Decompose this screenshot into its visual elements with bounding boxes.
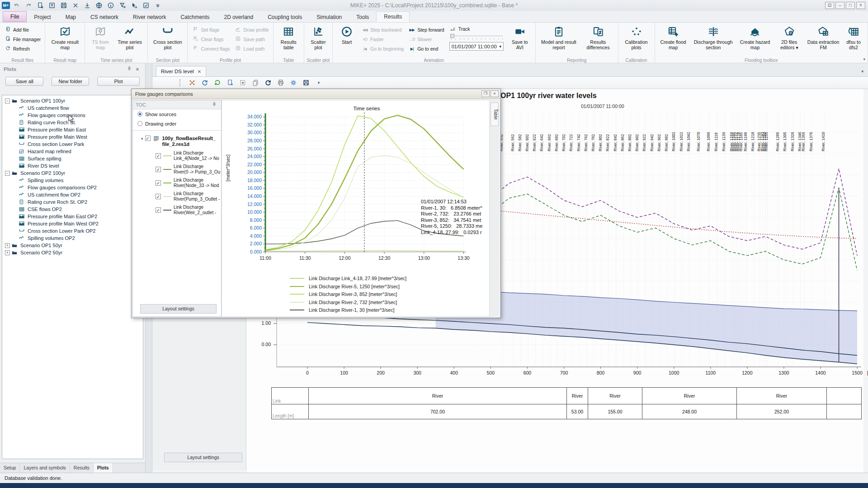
tree-item[interactable]: +Scenario OP1 50yr <box>2 242 143 249</box>
collapse-icon[interactable]: − <box>5 171 10 176</box>
flags-network-icon[interactable] <box>188 78 197 87</box>
scatter-plot-button[interactable]: Scatter plot <box>306 24 330 51</box>
tree-item[interactable]: Cross section Lower Park <box>2 141 143 148</box>
toc-series-item[interactable]: ✓Link DischargeLink_4(Node_12 -> No <box>156 150 221 161</box>
ribbon-tab-tools[interactable]: Tools <box>349 12 376 22</box>
tree-item[interactable]: River DS level <box>2 162 143 169</box>
save-icon[interactable] <box>59 1 69 10</box>
tree-item[interactable]: Cross section Lower Park OP2 <box>2 227 143 235</box>
results-differences-button[interactable]: Results differences <box>580 24 616 51</box>
tree-item[interactable]: Pressure profile Main East OP2 <box>2 213 143 220</box>
create-result-map-button[interactable]: Create result map <box>47 24 83 51</box>
checkbox-checked-icon[interactable]: ✓ <box>156 180 161 186</box>
time-series-plot-button[interactable]: Time series plot <box>114 24 146 51</box>
create-flood-map-button[interactable]: Create flood map <box>657 24 690 51</box>
tree-item[interactable]: US catchment flow <box>2 104 143 112</box>
tree-item[interactable]: Pressure profile Main East <box>2 126 143 133</box>
plot-button[interactable]: Plot <box>97 77 140 86</box>
close-icon[interactable]: ✕ <box>198 69 201 74</box>
ribbon-tab-river-network[interactable]: River network <box>126 12 173 22</box>
dfsu-to-dfs2-button[interactable]: dfsu to dfs2 <box>841 24 866 51</box>
tree-item[interactable]: Rating curve Roch St. OP2 <box>2 198 143 206</box>
ribbon-tab-coupling-tools[interactable]: Coupling tools <box>260 12 309 22</box>
save-icon[interactable] <box>302 78 311 87</box>
qat-dropdown-icon[interactable] <box>153 1 163 10</box>
tree-item[interactable]: +Scenario OP2 50yr <box>2 249 143 256</box>
toc-series-item[interactable]: ✓Link DischargeRiver(Node_33 -> Nod <box>156 178 221 188</box>
ribbon-tab-results[interactable]: Results <box>376 11 410 22</box>
toc-series-item[interactable]: ✓Link DischargeRiver(Pump_3_Outlet - <box>156 191 221 202</box>
tree-item[interactable]: Surface spilling <box>2 155 143 162</box>
web-icon[interactable] <box>94 1 104 10</box>
close-button[interactable]: × <box>856 2 865 9</box>
bottom-tab-plots[interactable]: Plots <box>94 463 113 473</box>
toc-series-item[interactable]: ✓Link DischargeRiver(0 -> Pump_3_Ou <box>156 164 221 174</box>
print-icon[interactable] <box>276 78 285 87</box>
tree-item[interactable]: Hazard map refined <box>2 148 143 155</box>
tree-item[interactable]: US catchment flow OP2 <box>2 191 143 198</box>
tree-item[interactable]: CSE flows OP2 <box>2 206 143 213</box>
minimize-button[interactable]: – <box>835 2 844 9</box>
ribbon-tab-cs-network[interactable]: CS network <box>83 12 126 22</box>
new-folder-button[interactable]: New folder <box>52 77 89 86</box>
collapse-icon[interactable]: − <box>5 99 10 103</box>
slider-thumb[interactable] <box>450 34 454 38</box>
create-hazard-map-button[interactable]: Create hazard map <box>737 24 774 51</box>
delete-icon[interactable] <box>71 1 80 10</box>
checkbox-checked-icon[interactable]: ✓ <box>156 167 161 172</box>
info-icon[interactable] <box>106 1 116 10</box>
calibration-plots-button[interactable]: Calibration plots <box>620 24 653 51</box>
checkbox-checked-icon[interactable]: ✓ <box>156 207 161 213</box>
go-to-end-button[interactable]: ▶|Go to end <box>407 44 446 53</box>
save-to-avi-button[interactable]: Save to AVI <box>506 24 533 51</box>
tab-river-ds-level[interactable]: River DS level ✕ <box>156 66 206 76</box>
2d-files-editors-button[interactable]: 2D files editors ▾ <box>773 24 805 51</box>
validate-icon[interactable] <box>141 1 151 10</box>
radio-show-sources[interactable]: Show sources <box>133 109 221 119</box>
new-file-icon[interactable] <box>35 1 45 10</box>
model-and-result-report-button[interactable]: Model and result report <box>538 24 580 51</box>
discharge-through-section-button[interactable]: Discharge through section <box>690 24 737 51</box>
pointer-clear-icon[interactable] <box>129 1 139 10</box>
chevron-down-icon[interactable]: ▾ <box>141 136 143 141</box>
ribbon-tab-project[interactable]: Project <box>27 12 58 22</box>
floating-window-titlebar[interactable]: Flow gauges comparisons ❐ × <box>132 89 500 99</box>
tree-item[interactable]: Spilling volumes OP2 <box>2 235 143 242</box>
flow-gauges-window[interactable]: Flow gauges comparisons ❐ × TOC Show sou… <box>131 89 501 318</box>
bottom-tab-setup[interactable]: Setup <box>0 463 20 473</box>
ribbon-tab-map[interactable]: Map <box>58 12 83 22</box>
maximize-icon[interactable]: ❐ <box>481 90 490 97</box>
tree-item[interactable]: Spilling volumes <box>2 177 143 184</box>
layout-settings-button[interactable]: Layout settings <box>140 304 217 314</box>
tab-table[interactable]: Table <box>491 103 499 126</box>
copy-icon[interactable] <box>251 78 260 87</box>
new-page-icon[interactable] <box>226 78 235 87</box>
bottom-tab-layers-and-symbols[interactable]: Layers and symbols <box>20 463 70 473</box>
start-button[interactable]: Start <box>335 24 359 46</box>
save-all-button[interactable]: Save all <box>5 77 43 86</box>
tree-item[interactable]: Pressure profile Main West OP2 <box>2 220 143 227</box>
import-icon[interactable] <box>82 1 92 10</box>
datetime-combobox[interactable]: 01/01/2007 11:00:00▾ <box>449 42 504 51</box>
radio-drawing-order[interactable]: Drawing order <box>133 119 221 128</box>
refresh-blue-icon[interactable] <box>200 78 209 87</box>
checkbox-checked-icon[interactable]: ✓ <box>145 136 151 141</box>
ribbon-tab-catchments[interactable]: Catchments <box>173 12 217 22</box>
tree-item[interactable]: Pressure profile Main West <box>2 133 143 141</box>
tabstrip-dropdown-icon[interactable]: ▾ <box>861 69 863 76</box>
tree-item[interactable]: −Scenario OP2 100yr <box>2 169 143 177</box>
undo-icon[interactable] <box>12 1 22 10</box>
cross-section-plot-button[interactable]: Cross section plot <box>150 24 185 51</box>
expand-icon[interactable]: + <box>5 243 10 248</box>
checkbox-checked-icon[interactable]: ✓ <box>156 194 161 199</box>
pin-icon[interactable] <box>210 102 218 108</box>
maximize-button[interactable]: □ <box>846 2 855 9</box>
ribbon-tab-2d-overland[interactable]: 2D overland <box>217 12 260 22</box>
close-icon[interactable]: × <box>491 90 499 97</box>
toolbar-grip[interactable] <box>179 79 181 86</box>
toc-series-item[interactable]: ✓Link DischargeRiver(Weir_2_outlet - <box>156 205 221 215</box>
expand-icon[interactable]: + <box>5 250 10 255</box>
tree-item[interactable]: Flow gauges comparisons OP2 <box>2 184 143 191</box>
settings-icon[interactable] <box>289 78 298 87</box>
toc-file-node[interactable]: ▾✓100y_flowBaseResult_file_2.res1d <box>133 136 221 147</box>
